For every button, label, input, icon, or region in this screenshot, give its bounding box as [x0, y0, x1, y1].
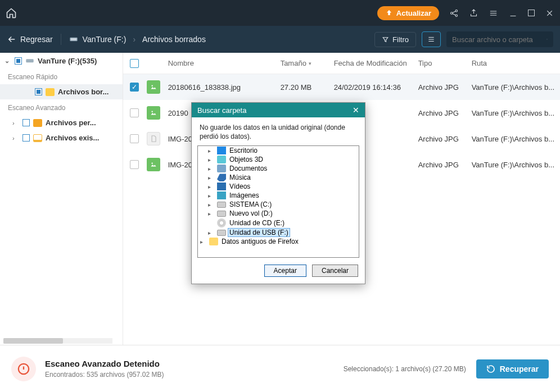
sidebar-item-deleted[interactable]: Archivos bor...	[0, 84, 123, 99]
col-size[interactable]: Tamaño▾	[281, 59, 334, 67]
table-row[interactable]: 20180616_183838.jpg27.20 MB24/02/2019 16…	[123, 74, 560, 100]
node-label: Datos antiguos de Firefox	[220, 238, 300, 245]
folder-tree-node[interactable]: ▸Documentos	[198, 164, 359, 173]
expand-icon[interactable]: ▸	[208, 148, 215, 154]
search-input[interactable]	[452, 35, 547, 44]
tree-root[interactable]: ⌄ VanTure (F:)(535)	[0, 53, 123, 69]
home-icon[interactable]	[6, 7, 17, 19]
sidebar-item-existing[interactable]: › Archivos exis...	[0, 130, 123, 145]
tree-label: Archivos bor...	[58, 88, 109, 96]
file-path: VanTure (F:)\Archivos b...	[472, 161, 560, 169]
obj-icon	[217, 156, 226, 163]
expand-icon[interactable]: ▸	[200, 239, 207, 245]
tree-checkbox[interactable]	[35, 88, 42, 95]
svg-point-5	[547, 39, 547, 39]
crumb-folder[interactable]: Archivos borrados	[142, 35, 206, 44]
footer-subtitle: Encontrados: 535 archivos (957.02 MB)	[45, 371, 164, 379]
folder-tree-node[interactable]: ▸Objetos 3D	[198, 155, 359, 164]
scrollbar-horizontal[interactable]	[3, 338, 112, 344]
crumb-drive[interactable]: VanTure (F:)	[83, 35, 127, 44]
cd-icon	[217, 218, 226, 227]
svg-point-0	[450, 12, 453, 14]
folder-tree-node[interactable]: ▸Datos antiguos de Firefox	[198, 237, 359, 246]
expand-icon[interactable]: ▸	[208, 193, 215, 199]
chevron-right-icon[interactable]: ›	[12, 120, 19, 126]
folder-tree-node[interactable]: ▸Imágenes	[198, 191, 359, 200]
expand-icon[interactable]: ▸	[208, 166, 215, 172]
file-type-icon	[147, 132, 160, 145]
expand-icon[interactable]: ▸	[208, 157, 215, 163]
expand-icon[interactable]: ▸	[208, 184, 215, 190]
tree-checkbox[interactable]	[15, 57, 22, 65]
maximize-icon[interactable]	[528, 10, 535, 16]
folder-icon	[33, 119, 42, 127]
node-label: Vídeos	[228, 183, 251, 190]
col-name[interactable]: Nombre	[168, 59, 281, 67]
file-type-icon	[147, 106, 160, 120]
node-label: Unidad de USB (F:)	[228, 229, 290, 236]
svg-point-7	[151, 85, 152, 86]
share-icon[interactable]	[449, 8, 459, 18]
row-checkbox[interactable]	[130, 108, 139, 117]
ok-button[interactable]: Aceptar	[264, 265, 306, 277]
tree-label: Archivos exis...	[46, 134, 99, 142]
list-view-button[interactable]	[422, 31, 441, 47]
recover-button[interactable]: Recuperar	[476, 359, 549, 379]
file-name: 20180616_183838.jpg	[168, 83, 281, 92]
chevron-right-icon[interactable]: ›	[12, 135, 19, 142]
row-checkbox[interactable]	[130, 160, 139, 169]
col-path[interactable]: Ruta	[472, 59, 560, 67]
dialog-close-icon[interactable]: ✕	[353, 106, 359, 115]
breadcrumb: VanTure (F:) › Archivos borrados	[69, 35, 206, 44]
folder-tree-node[interactable]: ▸Unidad de USB (F:)	[198, 228, 359, 237]
select-all-checkbox[interactable]	[130, 59, 139, 68]
folder-tree-node[interactable]: ▸SISTEMA (C:)	[198, 200, 359, 209]
tree-root-label: VanTure (F:)(535)	[38, 57, 97, 65]
export-icon[interactable]	[469, 8, 478, 18]
sidebar-item-lost[interactable]: › Archivos per...	[0, 115, 123, 130]
folder-tree-node[interactable]: ▸Nuevo vol (D:)	[198, 209, 359, 218]
col-date[interactable]: Fecha de Modificación	[334, 59, 418, 67]
drv-icon	[217, 230, 226, 236]
col-type[interactable]: Tipo	[418, 59, 472, 67]
cancel-button[interactable]: Cancelar	[312, 265, 358, 277]
drv-icon	[217, 202, 226, 208]
update-button[interactable]: Actualizar	[377, 6, 439, 20]
folder-browse-dialog: Buscar carpeta ✕ No guarde los datos en …	[191, 102, 365, 284]
dialog-title: Buscar carpeta	[197, 106, 246, 115]
minimize-icon[interactable]	[508, 8, 518, 18]
folder-tree-node[interactable]: ▸Vídeos	[198, 182, 359, 191]
dialog-titlebar[interactable]: Buscar carpeta ✕	[192, 103, 365, 117]
filter-button[interactable]: Filtro	[374, 32, 416, 47]
expand-icon[interactable]: ▸	[208, 211, 215, 217]
close-icon[interactable]	[545, 8, 554, 18]
row-checkbox[interactable]	[130, 83, 139, 92]
expand-icon[interactable]: ▸	[208, 202, 215, 208]
file-type: Archivo JPG	[418, 135, 472, 143]
folder-tree-node[interactable]: Unidad de CD (E:)	[198, 218, 359, 228]
dialog-message: No guarde los datos en la unidad origina…	[192, 117, 365, 145]
tree-checkbox[interactable]	[22, 119, 30, 126]
selection-status: Seleccionado(s): 1 archivo(s) (27.20 MB)	[344, 365, 466, 373]
file-date: 24/02/2019 16:14:36	[334, 83, 418, 92]
expand-icon[interactable]: ▸	[208, 175, 215, 181]
docs-icon	[217, 165, 226, 172]
file-path: VanTure (F:)\Archivos b...	[472, 135, 560, 143]
folder-icon	[46, 88, 55, 96]
dialog-folder-tree[interactable]: ▸Escritorio▸Objetos 3D▸Documentos▸Música…	[197, 145, 359, 258]
menu-icon[interactable]	[489, 8, 498, 18]
update-label: Actualizar	[396, 9, 431, 17]
expand-icon[interactable]: ▸	[208, 230, 215, 236]
row-checkbox[interactable]	[130, 134, 139, 143]
tree-checkbox[interactable]	[22, 134, 30, 142]
filter-icon	[382, 36, 389, 43]
folder-tree-node[interactable]: ▸Escritorio	[198, 146, 359, 155]
chevron-down-icon[interactable]: ⌄	[4, 57, 11, 65]
search-box[interactable]	[446, 31, 553, 47]
back-button[interactable]: Regresar	[7, 34, 53, 44]
drv-icon	[217, 211, 226, 217]
search-icon[interactable]	[547, 35, 548, 44]
filter-label: Filtro	[392, 35, 409, 44]
toolbar: Regresar VanTure (F:) › Archivos borrado…	[0, 26, 560, 53]
folder-tree-node[interactable]: ▸Música	[198, 173, 359, 182]
